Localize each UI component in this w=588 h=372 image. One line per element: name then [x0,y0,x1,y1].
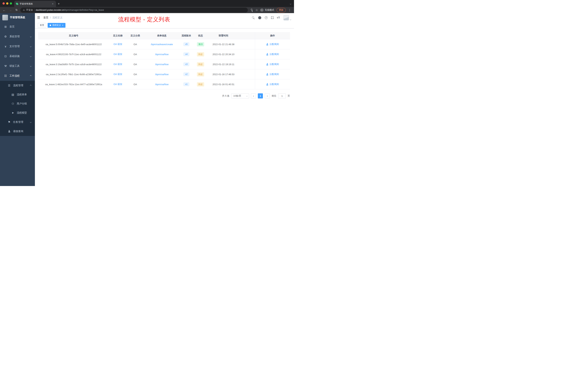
sidebar-item-task-management[interactable]: ⚑ 任务管理 [0,117,35,127]
assign-rule-label: 分配规则 [269,43,279,46]
form-link[interactable]: /bpm/oa/flow [155,53,168,56]
chevron-down-icon [30,65,32,67]
browser-menu-icon[interactable]: ⋮ [288,8,291,12]
app-title: 芋道管理系统 [10,16,25,19]
definition-name-link[interactable]: OA 请假 [114,83,122,86]
security-label[interactable]: 不安全 [26,9,33,12]
version-badge: v5 [183,42,189,46]
page-size-select[interactable]: 10条/页 [231,93,249,98]
screen: 芋道管理系统 × + ← → ↻ ⚠ 不安全 dashboard.yudao.i… [0,0,294,186]
breadcrumb-separator: / [50,16,51,19]
page-content: 定义编号 定义名称 定义分类 表单信息 流程版本 状态 部署时间 操作 oa_l… [35,28,294,186]
help-icon[interactable]: ? [265,16,268,19]
definition-name-link[interactable]: OA 请假 [114,73,122,76]
tags-bar: 首页 流程定义 × [35,22,294,28]
definition-id: oa_leave:2:3c1f0ef1-76b1-11ec-9c66-a2380… [38,69,109,79]
page-size-value: 10条/页 [233,94,241,98]
address-bar[interactable]: ⚠ 不安全 dashboard.yudao.iocoder.cn/bpm/man… [20,8,248,12]
tab-favicon [16,2,18,5]
sidebar-item-user-group[interactable]: ⚇ 用户分组 [0,99,35,108]
definition-category: OA [126,79,144,89]
update-button[interactable]: 更新 [277,8,286,12]
status-badge: 挂起 [197,62,204,66]
tag-process-definition[interactable]: 流程定义 × [48,23,65,28]
new-tab-button[interactable]: + [56,1,62,7]
page-unit-label: 页 [288,94,290,98]
avatar[interactable] [284,15,289,20]
window-minimize-button[interactable] [6,2,8,5]
sidebar-item-infrastructure[interactable]: ⊡ 基础设施 [0,51,35,61]
definition-name-link[interactable]: OA 请假 [114,63,122,66]
chevron-down-icon[interactable] [290,19,291,20]
bookmark-star-icon[interactable]: ☆ [255,8,258,12]
assign-rule-button[interactable]: 分配规则 [266,73,279,76]
assign-rule-button[interactable]: 分配规则 [266,43,279,46]
window-close-button[interactable] [2,2,5,5]
definition-name-link[interactable]: OA 请假 [114,53,122,56]
fullscreen-icon[interactable] [271,17,273,19]
deploy-time: 2022-01-16 01:40:51 [208,79,239,89]
status-badge: 激活 [197,42,204,46]
tab-search-button[interactable] [290,2,294,7]
sidebar-item-workflow[interactable]: ☷ 工作流程 [0,71,35,81]
column-header-form: 表单信息 [144,32,180,39]
user-menu[interactable] [284,15,291,20]
deploy-time: 2022-01-22 19:19:11 [208,59,239,69]
window-zoom-button[interactable] [10,2,12,5]
version-badge: v2 [183,72,189,76]
page-number-current[interactable]: 1 [258,93,263,98]
version-badge: v1 [183,82,189,86]
definition-name-link[interactable]: OA 请假 [114,43,122,46]
tools-icon: ⚒ [4,65,7,68]
sidebar-item-process-form[interactable]: ▤ 流程表单 [0,90,35,99]
form-link[interactable]: /bpm/oa/flow [155,83,168,86]
sidebar-collapse-icon[interactable]: ☰ [37,16,40,20]
sidebar-item-label: 流程管理 [13,84,23,87]
sidebar-item-process-management[interactable]: ☰ 流程管理 [0,81,35,90]
reload-button[interactable]: ↻ [14,8,19,12]
form-link[interactable]: /bpm/oa/flow [155,63,168,66]
font-size-icon[interactable]: тT [277,16,280,19]
next-page-button[interactable]: › [265,93,270,98]
sidebar-item-system[interactable]: ⚙ 系统管理 [0,32,35,42]
form-link[interactable]: /bpm/oa/flow [155,73,168,76]
sidebar-item-home[interactable]: ⊞ 首页 [0,22,35,32]
user-icon [266,73,268,75]
assign-rule-button[interactable]: 分配规则 [266,83,279,86]
definition-category: OA [126,69,144,79]
sidebar-item-devtools[interactable]: ⚒ 研发工具 [0,61,35,71]
sidebar-item-process-model[interactable]: ➤ 流程模型 [0,108,35,117]
table-row: oa_leave:5:004b710b-7b8a-11ec-8ef0-acde4… [38,39,290,49]
forward-button[interactable]: → [8,9,13,12]
assign-rule-button[interactable]: 分配规则 [266,63,279,66]
form-link[interactable]: /bpm/oa/leave/create [151,43,173,46]
password-key-icon[interactable] [250,8,254,12]
chevron-down-icon [246,95,248,97]
prev-page-button[interactable]: ‹ [251,93,256,98]
sidebar-item-label: 流程表单 [17,93,27,96]
tab-close-icon[interactable]: × [51,2,54,5]
app-logo[interactable]: 芋道管理系统 [0,13,35,22]
row-spacer [239,39,255,49]
sidebar-item-label: 研发工具 [10,65,20,68]
sidebar-item-payment[interactable]: ¥ 支付管理 [0,42,35,51]
deploy-time: 2022-01-22 21:48:38 [208,39,239,49]
header-icons: ? тT [252,15,291,20]
goto-page-input[interactable] [278,93,286,98]
tag-close-icon[interactable]: × [62,24,63,27]
breadcrumb-home[interactable]: 首页 [43,16,48,19]
row-spacer [239,79,255,89]
tag-home[interactable]: 首页 [38,23,46,28]
pagination-total: 共 5 条 [222,94,230,98]
sidebar-item-leave-query[interactable]: 请假查询 [0,127,35,136]
breadcrumb-current: 流程定义 [52,16,63,19]
browser-tab[interactable]: 芋道管理系统 × [14,1,56,7]
search-icon[interactable] [252,16,255,19]
assign-rule-button[interactable]: 分配规则 [266,53,279,56]
back-button[interactable]: ← [2,9,7,12]
status-badge: 挂起 [197,72,204,77]
definition-id: oa_leave:3:1fad3d93-7b75-11ec-a3c8-acde4… [38,59,109,69]
user-icon [266,63,268,65]
github-icon[interactable] [258,16,261,19]
tag-label: 首页 [40,24,44,27]
